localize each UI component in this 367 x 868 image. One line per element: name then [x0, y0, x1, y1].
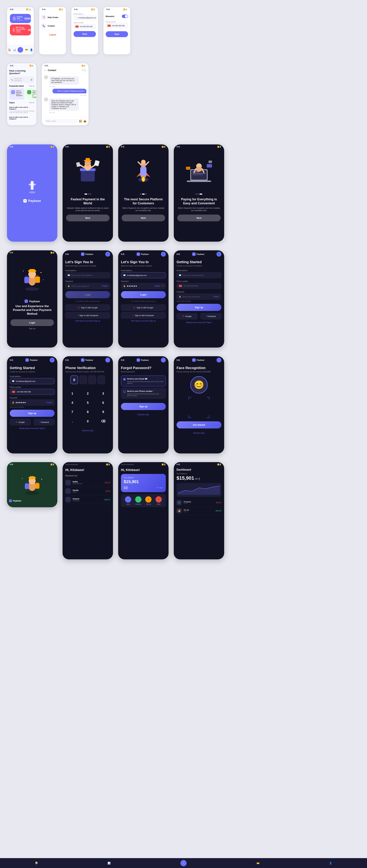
next-btn-1[interactable]: Next [66, 215, 110, 221]
pw-input-f[interactable]: 🔒 Forgot? 👁 [121, 283, 166, 289]
action-topup[interactable]: + Top Up [145, 496, 151, 505]
facebook-half-reg[interactable]: f Facebook [200, 313, 221, 319]
num-0[interactable]: 0 [81, 417, 95, 425]
num-5[interactable]: 5 [81, 399, 95, 407]
signup-btn-fp[interactable]: Sign up [121, 403, 166, 410]
num-4[interactable]: 4 [65, 399, 79, 407]
save-button[interactable]: Save [74, 31, 96, 37]
signup-action-f[interactable]: Sign up [150, 320, 156, 322]
save-bio-button[interactable]: Save [106, 31, 128, 37]
terms-regf[interactable]: Terms and Condition [10, 406, 55, 408]
email-input[interactable]: ✉️ hi.kitsbase@gmail.com [74, 16, 96, 20]
terms-reg[interactable]: Terms and Condition [176, 300, 221, 302]
phone-input-reg[interactable]: +84 999 999 999 [176, 283, 221, 289]
google-btn-f[interactable]: G Sign In with Google [121, 304, 166, 311]
notif-monday-deal[interactable]: Monday Deal 11:30 AM Promo [10, 14, 31, 23]
code-box-3[interactable] [97, 375, 105, 384]
num-7[interactable]: 7 [65, 408, 79, 416]
next-btn-2[interactable]: Next [122, 215, 165, 221]
phone-bio-input[interactable]: +84 999 999 999 [106, 23, 128, 28]
nav-profile[interactable]: 👤 [30, 49, 33, 51]
num-dot[interactable]: . [65, 417, 79, 425]
signup-action-empty[interactable]: Sign up [94, 320, 100, 322]
action-more[interactable]: ⋯ More [156, 496, 162, 505]
profile-avatar-fr[interactable] [217, 358, 221, 363]
num-6[interactable]: 6 [96, 399, 110, 407]
nav-card[interactable]: 💳 [25, 49, 28, 51]
faq-search[interactable]: 🔍 Search for Questions ⚙️ [9, 76, 34, 83]
profile-avatar-signin[interactable]: 👤 [105, 252, 110, 256]
google-half-regf[interactable]: G Google [10, 419, 31, 425]
help-center-item[interactable]: ❓ Help Center [41, 13, 64, 22]
send-icon[interactable]: 📤 [83, 120, 86, 123]
profile-avatar-reg[interactable]: 👤 [217, 252, 221, 256]
num-backspace[interactable]: ⌫ [96, 417, 110, 425]
topics-view-all[interactable]: View all [29, 102, 34, 104]
eye-icon-f[interactable]: 👁 [162, 285, 164, 287]
num-2[interactable]: 2 [81, 390, 95, 398]
pw-input-regf[interactable]: 🔒 Forgot? [10, 399, 55, 406]
email-input-regf[interactable]: ✉️ hi.kitsbase@gmail.com [10, 378, 55, 384]
num-9[interactable]: 9 [96, 408, 110, 416]
resend-link-fr[interactable]: Resend code [176, 432, 221, 434]
profile-avatar-fp[interactable] [161, 358, 166, 363]
topic-item-1[interactable]: How to add a new card to Paybase? [9, 115, 34, 121]
facebook-btn-empty[interactable]: f Sign In with Facebook [65, 312, 110, 318]
filter-icon[interactable]: ⚙️ [30, 79, 32, 81]
facebook-half-regf[interactable]: f Facebook [33, 419, 55, 425]
signup-btn-reg[interactable]: Sign up [176, 304, 221, 311]
forgot-phone-option[interactable]: Send to your Phone number 📱 Password res… [121, 388, 166, 399]
login-btn-empty[interactable]: Login [65, 291, 110, 298]
phone-input[interactable]: +84 999 999 999 [74, 24, 96, 29]
reply-input[interactable]: Write a reply... [44, 119, 78, 123]
forgot-link-reg[interactable]: Forgot? [213, 296, 219, 298]
contact-item[interactable]: 📞 Contact [41, 22, 64, 30]
faq-view-all[interactable]: View all [29, 85, 34, 87]
forgot-link-f[interactable]: Forgot? [154, 285, 160, 287]
biometric-toggle[interactable] [122, 14, 128, 18]
forgot-regf[interactable]: Forgot? [47, 402, 52, 403]
code-box-1[interactable] [79, 375, 87, 384]
back-icon[interactable]: ← [44, 69, 47, 71]
image-icon[interactable]: 🖼️ [79, 120, 82, 123]
forgot-link-empty[interactable]: Forgot? [102, 285, 108, 287]
signin-action-reg[interactable]: Sign in [207, 321, 212, 323]
profile-avatar-pv[interactable] [105, 358, 110, 363]
nav-send[interactable]: ↑ [18, 47, 23, 53]
logout-item[interactable]: Logout [41, 30, 64, 39]
pw-input-empty[interactable]: 🔒 Enter your password Forgot? [65, 283, 110, 289]
chat-toggle[interactable] [82, 69, 86, 71]
welcome-signup-link[interactable]: Sign up [10, 328, 54, 330]
resend-link-fp[interactable]: Resend code [121, 413, 166, 415]
faq-card-0[interactable]: How to add new bank to Paybase? [9, 88, 24, 100]
topic-item-0[interactable]: How to add a new card to Paybase? You ca… [9, 105, 34, 115]
num-8[interactable]: 8 [81, 408, 95, 416]
code-box-2[interactable] [88, 375, 96, 384]
welcome-login-btn[interactable]: Login [10, 319, 54, 326]
notif-topup[interactable]: $50 Top up Successfully Added 5:08 PM Pr… [10, 25, 31, 35]
profile-avatar-regf[interactable]: 👤 [50, 358, 55, 363]
login-btn-f[interactable]: Login [121, 291, 166, 298]
next-btn-3[interactable]: Next [177, 215, 221, 221]
forgot-email-option[interactable]: Send to your Email 📧 Password reset link… [121, 375, 166, 386]
facebook-btn-f[interactable]: f Sign In with Facebook [121, 312, 166, 318]
email-input-empty[interactable]: ✉️ Enter your email address [65, 272, 110, 278]
faq-card-1[interactable]: How to add a new card to Paybase? [25, 88, 36, 100]
code-box-0[interactable]: 0 [70, 375, 78, 384]
pw-input-reg[interactable]: 🔒 Enter your password Forgot? [176, 293, 221, 300]
google-half-reg[interactable]: G Google [176, 313, 198, 319]
signup-btn-regf[interactable]: Sign up [10, 410, 55, 417]
action-receive[interactable]: ↓ Receive [135, 496, 141, 505]
profile-avatar-f[interactable]: 👤 [161, 252, 166, 256]
email-input-f[interactable]: ✉️ hi.kitsbase@gmail.com [121, 272, 166, 278]
google-btn-empty[interactable]: G Sign In with Google [65, 304, 110, 311]
signin-action-regf[interactable]: Sign in [40, 427, 45, 429]
num-3[interactable]: 3 [96, 390, 110, 398]
num-1[interactable]: 1 [65, 390, 79, 398]
phone-input-regf[interactable]: +84 999 999 999 [10, 389, 55, 395]
get-started-btn[interactable]: Get Started [176, 421, 221, 429]
nav-activity[interactable]: 📊 [13, 49, 16, 51]
resend-link-pv[interactable]: Resend code [62, 430, 113, 432]
nav-home[interactable]: 🏠 [8, 49, 11, 51]
action-send[interactable]: ↑ Send [125, 496, 131, 505]
